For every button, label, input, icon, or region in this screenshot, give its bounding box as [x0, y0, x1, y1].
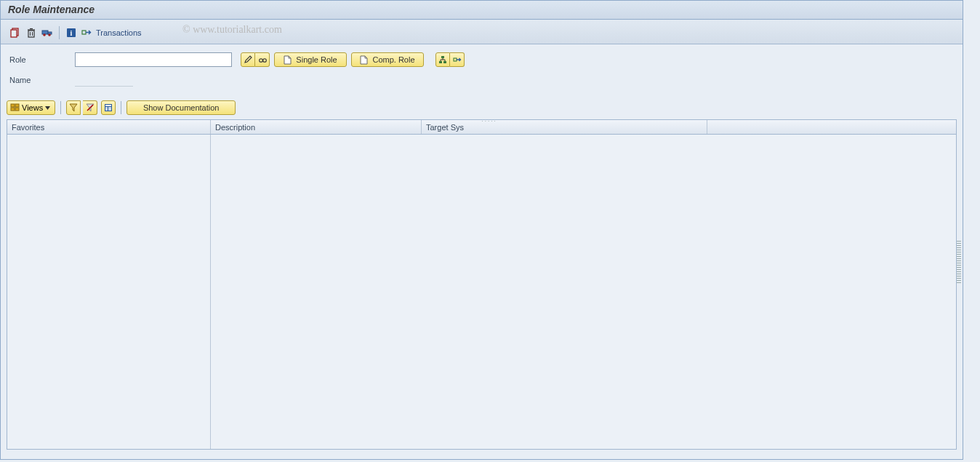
svg-rect-18: [439, 61, 442, 63]
svg-rect-20: [454, 58, 457, 61]
separator: [59, 26, 60, 39]
views-label: Views: [22, 103, 43, 112]
delete-icon[interactable]: [24, 25, 39, 40]
sub-toolbar: Views Show Documentation: [1, 97, 963, 119]
svg-rect-28: [105, 107, 108, 111]
form-area: Role Single Role: [1, 44, 963, 97]
svg-text:i: i: [71, 29, 73, 37]
name-row: Name: [9, 72, 954, 88]
svg-rect-13: [82, 31, 86, 34]
page-title-text: Role Maintenance: [8, 4, 95, 15]
info-icon[interactable]: i: [64, 25, 79, 40]
separator: [60, 101, 61, 114]
main-window: Role Maintenance: [0, 0, 963, 460]
watermark-text: © www.tutorialkart.com: [182, 24, 282, 36]
column-header-favorites[interactable]: Favorites: [7, 120, 211, 134]
views-button[interactable]: Views: [7, 100, 55, 115]
role-row: Role Single Role: [9, 52, 954, 68]
column-header-description[interactable]: Description: [211, 120, 422, 134]
single-role-label: Single Role: [296, 55, 337, 64]
comp-role-button[interactable]: Comp. Role: [351, 52, 424, 67]
svg-rect-1: [11, 30, 17, 37]
single-role-button[interactable]: Single Role: [274, 52, 347, 67]
name-value: [75, 73, 133, 87]
show-documentation-label: Show Documentation: [143, 103, 220, 112]
hierarchy-icon[interactable]: [435, 52, 450, 67]
name-label: Name: [9, 76, 75, 84]
comp-role-label: Comp. Role: [372, 55, 414, 64]
page-title: Role Maintenance: [1, 1, 963, 20]
extra-group: [435, 52, 465, 67]
svg-point-14: [259, 59, 262, 63]
splitter-handle-icon[interactable]: [957, 241, 961, 284]
show-documentation-button[interactable]: Show Documentation: [126, 100, 236, 115]
table-body: [7, 135, 956, 449]
edit-display-group: [241, 52, 270, 67]
main-toolbar: i Transactions © www.tutorialkart.com: [1, 20, 963, 44]
transactions-label[interactable]: Transactions: [96, 28, 142, 37]
role-label: Role: [9, 55, 75, 64]
svg-rect-24: [15, 108, 19, 111]
layout-icon[interactable]: [101, 100, 116, 115]
assign-link-icon[interactable]: [450, 52, 465, 67]
svg-rect-17: [441, 56, 444, 58]
column-header-target-sys[interactable]: Target Sys: [422, 120, 707, 134]
svg-rect-21: [11, 104, 15, 107]
svg-rect-27: [105, 105, 111, 106]
document-icon: [360, 55, 368, 65]
resize-handle-icon[interactable]: ·····: [482, 118, 497, 124]
svg-rect-2: [28, 31, 34, 37]
copy-icon[interactable]: [8, 25, 23, 40]
svg-rect-23: [11, 108, 15, 111]
content-column[interactable]: [211, 135, 956, 449]
filter-icon[interactable]: [66, 100, 81, 115]
column-header-empty[interactable]: [707, 120, 956, 134]
svg-point-15: [262, 59, 266, 63]
favorites-column[interactable]: [7, 135, 211, 449]
svg-point-9: [43, 33, 46, 36]
views-icon: [10, 103, 20, 112]
svg-rect-7: [42, 31, 48, 34]
comp-role-group: Comp. Role: [351, 52, 424, 67]
document-icon: [284, 55, 292, 65]
svg-rect-22: [15, 104, 19, 107]
single-role-group: Single Role: [274, 52, 347, 67]
transport-truck-icon[interactable]: [40, 25, 55, 40]
svg-point-10: [48, 33, 51, 36]
display-glasses-icon[interactable]: [255, 52, 270, 67]
svg-rect-29: [108, 107, 111, 111]
separator: [121, 101, 121, 114]
favorites-table: Favorites Description Target Sys: [7, 119, 957, 450]
chevron-down-icon: [45, 106, 50, 110]
edit-pencil-icon[interactable]: [241, 52, 255, 67]
transactions-link-icon[interactable]: [80, 25, 93, 40]
role-input[interactable]: [75, 52, 232, 67]
filter-delete-icon[interactable]: [83, 100, 97, 115]
svg-rect-19: [443, 61, 446, 63]
